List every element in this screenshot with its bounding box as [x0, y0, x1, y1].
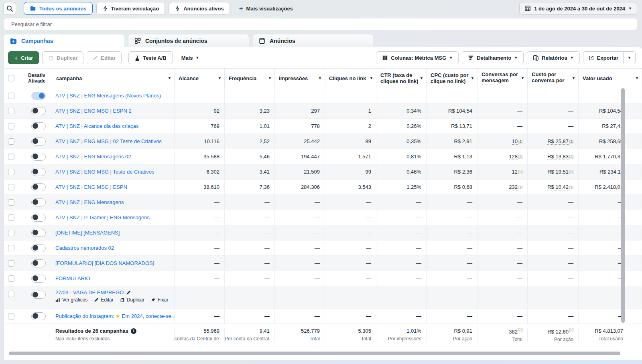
row-checkbox[interactable] — [8, 138, 14, 145]
campaign-link[interactable]: Publicação do Instagram: ★ Em 2024, cone… — [55, 313, 174, 319]
row-checkbox[interactable] — [8, 108, 14, 114]
status-toggle[interactable] — [31, 92, 46, 100]
row-checkbox[interactable] — [8, 184, 14, 190]
create-button[interactable]: + Criar — [8, 51, 39, 64]
row-checkbox[interactable] — [8, 123, 14, 129]
metric-value-link[interactable]: R$ 25,87 — [547, 138, 569, 145]
status-toggle[interactable] — [31, 275, 46, 283]
column-header-7[interactable]: Conversas por mensagem iniciadas▼ — [477, 69, 528, 88]
row-checkbox[interactable] — [8, 154, 14, 160]
campaign-link[interactable]: ATV | SNZ | ENG Mensagens 02 — [55, 154, 131, 160]
edit-name-icon[interactable] — [126, 290, 131, 295]
status-toggle[interactable] — [31, 168, 46, 176]
column-header-6[interactable]: CPC (custo por clique no link)▼ — [427, 69, 477, 88]
row-action-copy[interactable]: Duplicar — [120, 297, 144, 303]
status-toggle[interactable] — [31, 183, 46, 191]
metric-value-link[interactable]: R$ 10,42 — [547, 184, 569, 190]
row-checkbox[interactable] — [8, 199, 14, 206]
search-icon — [6, 5, 13, 12]
status-toggle[interactable] — [31, 291, 46, 299]
row-checkbox[interactable] — [8, 260, 14, 267]
campaign-link[interactable]: ATV | SNZ | P. Gamer | ENG Mensagens — [55, 214, 150, 220]
row-checkbox[interactable] — [8, 230, 14, 236]
metric-value-link[interactable]: R$ 13,83 — [547, 154, 569, 160]
vertical-scrollbar[interactable] — [621, 88, 625, 323]
tab-ads[interactable]: Anúncios — [253, 34, 373, 47]
column-header-5[interactable]: CTR (taxa de cliques no link)▼ — [376, 69, 427, 88]
status-toggle[interactable] — [31, 312, 46, 320]
view-tab-had-delivery[interactable]: Tiveram veiculação — [96, 2, 165, 15]
row-checkbox[interactable] — [8, 313, 14, 320]
tab-ad-sets[interactable]: Conjuntos de anúncios — [128, 34, 249, 47]
row-action-pin[interactable]: Fixar — [151, 297, 169, 303]
breakdown-button[interactable]: Detalhamento ▼ — [462, 51, 524, 64]
edit-button[interactable]: Editar — [87, 51, 122, 64]
tab-campaigns[interactable]: Campanhas — [4, 34, 124, 47]
export-button[interactable]: Exportar — [583, 52, 623, 64]
view-tab-active-ads[interactable]: Anúncios ativos — [169, 2, 230, 15]
metric-value-link[interactable]: R$ 19,51 — [547, 169, 569, 175]
metric-value-link[interactable]: 128 — [509, 154, 518, 160]
status-toggle[interactable] — [31, 259, 46, 267]
status-toggle[interactable] — [31, 198, 46, 206]
row-checkbox[interactable] — [8, 93, 14, 99]
column-header-9[interactable]: Valor usado▼ — [579, 69, 642, 88]
campaign-link[interactable]: Cadastros namorados 02 — [55, 245, 114, 251]
reports-button[interactable]: Relatórios ▼ — [527, 51, 580, 64]
campaign-link[interactable]: FORMULARIO — [55, 275, 90, 281]
duplicate-button[interactable]: Duplicar — [42, 51, 83, 64]
campaign-link[interactable]: ATV | SNZ | ENG Mensagens — [55, 199, 124, 205]
row-checkbox[interactable] — [8, 245, 14, 251]
metric-value-link[interactable]: 10 — [512, 138, 518, 145]
search-button[interactable] — [3, 2, 16, 15]
status-toggle[interactable] — [31, 153, 46, 161]
table-row: ATV | SNZ | ENG MSG | ESPN 2923,2329710,… — [4, 103, 642, 119]
status-toggle[interactable] — [31, 244, 46, 252]
column-header-3[interactable]: Impressões▼ — [275, 69, 325, 88]
search-filter-bar[interactable] — [4, 18, 637, 30]
metric-cell: — — [528, 309, 579, 324]
campaign-link[interactable]: ATV | SNZ | ENG MSG | Teste de Criativos — [55, 169, 154, 175]
metric-cell: — — [477, 225, 528, 240]
status-toggle[interactable] — [31, 107, 46, 115]
status-toggle[interactable] — [31, 138, 46, 146]
ab-test-button[interactable]: Teste A/B — [128, 51, 173, 64]
date-range-picker[interactable]: 1 de ago de 2024 a 30 de out de 2024 ▼ — [519, 2, 637, 15]
export-options-button[interactable]: ▼ — [623, 52, 635, 64]
table-row: ATV | SNZ | ENG Mensagens————————— — [4, 195, 642, 210]
campaign-link[interactable]: ATV | SNZ | ENG MSG | 02 Teste de Criati… — [55, 138, 162, 144]
metric-value-link[interactable]: 232 — [509, 184, 518, 190]
column-header-4[interactable]: Cliques no link▼ — [325, 69, 376, 88]
more-views-button[interactable]: + Mais visualizações — [234, 2, 299, 15]
campaign-link[interactable]: ATV | SNZ | ENG MSG | ESPN — [55, 184, 127, 190]
campaign-link[interactable]: ATV | SNZ | ENG MSG | ESPN 2 — [55, 108, 132, 114]
row-action-pencil[interactable]: Editar — [94, 297, 113, 303]
row-checkbox[interactable] — [8, 169, 14, 175]
campaign-link[interactable]: ATV | SNZ | ENG Mensagens (Novos Planos) — [55, 93, 161, 99]
row-checkbox[interactable] — [8, 275, 14, 282]
search-input[interactable] — [11, 21, 630, 27]
column-header-0[interactable]: campanha▼ — [52, 69, 175, 88]
select-all-checkbox[interactable] — [8, 75, 14, 81]
columns-button[interactable]: Colunas: Métrica MSG ▼ — [376, 51, 459, 64]
status-toggle[interactable] — [31, 122, 46, 130]
view-tab-all-ads[interactable]: Todos os anúncios — [24, 2, 93, 15]
row-checkbox[interactable] — [8, 214, 14, 221]
column-header-8[interactable]: Custo por conversa por mensagem▼ — [528, 69, 579, 88]
campaign-link[interactable]: [ONETIME] [MENSAGENS] — [55, 230, 120, 236]
campaign-link[interactable]: ATV | SNZ | Alcance dia das criaças — [55, 123, 138, 129]
column-header-1[interactable]: Alcance▼ — [175, 69, 225, 88]
plus-icon: + — [14, 55, 18, 61]
row-action-bar-chart[interactable]: Ver gráficos — [55, 297, 87, 303]
status-toggle[interactable] — [31, 214, 46, 222]
row-checkbox[interactable] — [8, 291, 14, 297]
campaign-link[interactable]: [FORMULARIO] [DIA DOS NAMORADOS] — [55, 260, 154, 266]
metric-value-link[interactable]: 12 — [512, 169, 518, 175]
campaign-link[interactable]: 27/03 - VAGA DE EMPREGO — [55, 289, 124, 295]
info-icon[interactable]: i — [131, 328, 136, 334]
column-header-2[interactable]: Frequência▼ — [225, 69, 275, 88]
metric-cell: — — [477, 241, 528, 255]
status-toggle[interactable] — [31, 229, 46, 237]
more-button[interactable]: Mais ▼ — [176, 51, 205, 64]
horizontal-scrollbar[interactable] — [9, 352, 620, 355]
